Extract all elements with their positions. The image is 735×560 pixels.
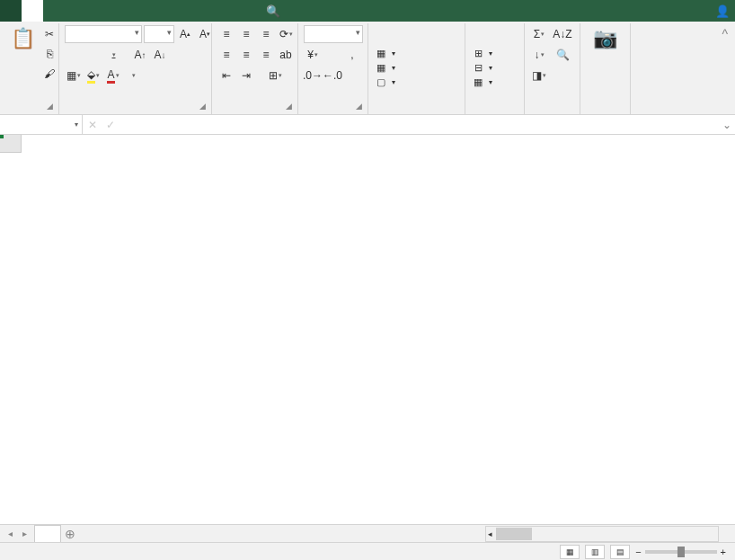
align-left-button[interactable]: ≡ [217,46,235,64]
search-icon[interactable]: 🔍 [266,4,280,18]
horizontal-scrollbar[interactable]: ◂ [485,526,719,542]
delete-cells-button[interactable]: ⊟ ▾ [471,62,492,74]
tab-file[interactable] [0,0,22,22]
view-page-layout-button[interactable]: ▥ [585,545,605,559]
cell-style-icon: ▢ [374,76,388,88]
tab-datachart[interactable] [216,0,237,22]
clipboard-dialog-launcher[interactable]: ◢ [47,102,53,111]
number-format-select[interactable] [304,25,363,43]
decrease-indent-button[interactable]: ⇤ [217,67,235,84]
enter-icon[interactable]: ✓ [106,119,115,131]
decrease-font-alt[interactable]: A↓ [151,46,169,64]
zoom-slider[interactable] [645,550,717,554]
expand-formula-bar-button[interactable]: ⌄ [719,115,735,134]
camera-button[interactable]: 📷 [586,25,624,54]
group-label-number: ◢ [304,111,362,112]
align-center-button[interactable]: ≡ [237,46,255,64]
ribbon-group-number: ¥▾ , .0→ ←.0 ◢ [298,23,368,114]
clear-button[interactable]: ◨▾ [530,67,548,84]
alignment-dialog-launcher[interactable]: ◢ [286,102,292,111]
tab-review[interactable] [129,0,151,22]
insert-cells-button[interactable]: ⊞ ▾ [471,48,492,59]
name-box[interactable]: ▾ [0,115,83,134]
select-all-corner[interactable] [0,135,22,153]
merge-button[interactable]: ⊞▾ [257,67,293,84]
font-color-button[interactable]: A▾ [104,67,122,84]
fill-button[interactable]: ↓▾ [530,46,548,64]
tab-developer[interactable] [173,0,194,22]
borders-button[interactable]: ▦▾ [65,67,83,84]
format-cells-button[interactable]: ▦ ▾ [471,76,492,88]
add-sheet-button[interactable]: ⊕ [61,527,79,541]
font-name-select[interactable] [65,25,142,43]
group-label-clipboard: ◢ [9,111,53,112]
brush-icon: 🖌 [44,67,55,80]
collapse-ribbon-button[interactable]: ^ [718,23,731,114]
insert-icon: ⊞ [471,48,485,59]
format-as-table-button[interactable]: ▦ ▾ [374,62,395,74]
sheet-nav-first[interactable]: ◂ [4,529,16,538]
bold-button[interactable] [65,46,83,64]
italic-button[interactable] [84,46,102,64]
copy-icon: ⎘ [47,48,53,60]
decrease-decimal-button[interactable]: ←.0 [323,67,341,84]
format-painter-button[interactable]: 🖌 [40,65,58,83]
zoom-in-button[interactable]: + [721,547,726,557]
view-page-break-button[interactable]: ▤ [610,545,630,559]
cell-styles-button[interactable]: ▢ ▾ [374,76,395,88]
increase-font-alt[interactable]: A↑ [131,46,149,64]
font-size-select[interactable] [144,25,174,43]
zoom-out-button[interactable]: − [635,547,641,557]
view-normal-button[interactable]: ▦ [560,545,580,559]
ribbon-group-cells: ⊞ ▾ ⊟ ▾ ▦ ▾ [465,23,525,114]
group-label-cells [471,111,518,112]
formula-input[interactable] [133,119,713,131]
number-dialog-launcher[interactable]: ◢ [356,102,362,111]
sheet-nav-last[interactable]: ▸ [18,529,31,538]
sheet-tab-active[interactable] [34,525,61,543]
ribbon-group-camera: 📷 [580,23,631,114]
tab-view[interactable] [151,0,173,22]
copy-button[interactable]: ⎘ [40,45,58,63]
align-right-button[interactable]: ≡ [257,46,275,64]
increase-font-button[interactable]: A▴ [176,25,194,43]
account-icon[interactable]: 👤 [715,4,730,18]
tab-tellme[interactable] [280,0,302,22]
underline-button[interactable]: ▾ [104,46,122,64]
sort-filter-button[interactable]: A↓Z [550,25,575,43]
tab-formulas[interactable] [86,0,108,22]
cancel-icon[interactable]: ✕ [88,119,97,131]
autosum-button[interactable]: Σ▾ [530,25,548,43]
tab-powerpivot[interactable] [237,0,259,22]
ribbon-group-font: A▴ A▾ ▾ A↑ A↓ ▦▾ ⬙▾ A▾ ▾ ◢ [59,23,212,114]
tab-help[interactable] [194,0,216,22]
wrap-text-button[interactable]: ab [277,46,295,64]
paste-button[interactable]: 📋 [9,25,37,54]
increase-decimal-button[interactable]: .0→ [304,67,322,84]
align-bottom-button[interactable]: ≡ [257,25,275,43]
increase-indent-button[interactable]: ⇥ [237,67,255,84]
orientation-button[interactable]: ⟳▾ [277,25,295,43]
tab-insert[interactable] [43,0,65,22]
font-dialog-launcher[interactable]: ◢ [199,102,206,111]
group-label-styles [374,111,459,112]
borders-icon: ▦ [66,69,76,82]
tab-home[interactable] [22,0,43,22]
cut-button[interactable]: ✂ [40,25,58,43]
spreadsheet-grid [0,135,735,524]
tab-layout[interactable] [65,0,86,22]
ribbon-group-clipboard: 📋 ✂ ⎘ 🖌 ◢ [4,23,59,114]
camera-icon: 📷 [593,27,617,50]
tab-data[interactable] [108,0,129,22]
align-middle-button[interactable]: ≡ [237,25,255,43]
fill-color-button[interactable]: ⬙▾ [84,67,102,84]
menu-bar: 🔍 👤 [0,0,735,22]
find-button[interactable]: 🔍 [550,46,575,64]
comma-button[interactable]: , [343,46,361,64]
percent-button[interactable] [323,46,341,64]
align-top-button[interactable]: ≡ [217,25,235,43]
decrease-font-button[interactable]: A▾ [196,25,214,43]
accounting-button[interactable]: ¥▾ [304,46,322,64]
conditional-format-button[interactable]: ▦ ▾ [374,48,395,59]
phonetic-button[interactable]: ▾ [124,67,142,84]
